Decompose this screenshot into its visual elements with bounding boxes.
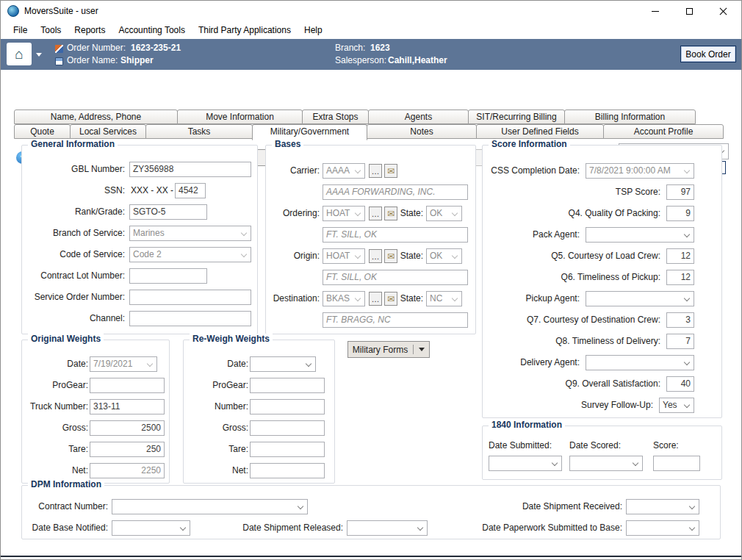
q8-timeliness-of-delivery-input[interactable]: 7 [666, 334, 694, 349]
tab-move-information[interactable]: Move Information [177, 110, 303, 124]
origin-name-field[interactable]: FT. SILL, OK [323, 270, 468, 285]
minimize-button[interactable] [638, 1, 672, 21]
menu-tools[interactable]: Tools [34, 23, 68, 37]
origin-lookup-button[interactable]: … [369, 249, 382, 263]
origin-state-label: State: [399, 248, 423, 264]
q4-quality-of-packing-input[interactable]: 9 [666, 206, 694, 221]
ow-gross-label: Gross: [25, 420, 88, 436]
delivery-agent-combo[interactable] [586, 355, 694, 370]
ow-progear-input[interactable] [90, 378, 165, 393]
carrier-email-button[interactable]: ✉ [384, 164, 397, 178]
mail-icon: ✉ [387, 209, 395, 218]
ordering-state-combo[interactable]: OK [426, 206, 462, 221]
title-bar[interactable]: MoversSuite - user [1, 1, 741, 21]
tab-local-services[interactable]: Local Services [70, 124, 146, 139]
carrier-lookup-button[interactable]: … [369, 164, 382, 178]
ordering-lookup-button[interactable]: … [369, 207, 382, 220]
destination-code-combo[interactable]: BKAS [323, 291, 365, 306]
military-forms-button[interactable]: Military Forms [347, 341, 430, 358]
date-shipment-received-combo[interactable] [626, 499, 699, 514]
tsp-score-input[interactable]: 97 [666, 184, 694, 200]
contract-lot-number-input[interactable] [129, 268, 207, 284]
q5-courtesy-of-load-crew-input[interactable]: 12 [666, 248, 694, 264]
book-order-button[interactable]: Book Order [680, 46, 736, 62]
ellipsis-icon: … [372, 167, 380, 176]
tab-user-defined-fields[interactable]: User Defined Fields [476, 124, 604, 139]
ordering-name-field[interactable]: FT. SILL, OK [323, 227, 468, 243]
q6-timeliness-of-pickup-input[interactable]: 12 [666, 270, 694, 285]
tab-account-profile[interactable]: Account Profile [603, 124, 724, 139]
css-completion-date-combo[interactable]: 7/8/2021 9:00:00 AM [586, 163, 694, 179]
ssn-last4-input[interactable]: 4542 [175, 183, 206, 198]
score-1840-input[interactable] [653, 456, 700, 471]
branch-of-service-combo[interactable]: Marines [129, 226, 251, 241]
ow-tare-input[interactable]: 250 [90, 442, 165, 457]
ow-net-field: 2250 [90, 463, 165, 478]
q7-courtesy-of-destination-crew-input[interactable]: 3 [666, 312, 694, 328]
score-1840-label: Score: [653, 438, 679, 453]
ordering-code-combo[interactable]: HOAT [323, 206, 365, 221]
close-button[interactable] [706, 1, 740, 21]
date-shipment-released-combo[interactable] [347, 520, 428, 536]
destination-email-button[interactable]: ✉ [384, 292, 397, 306]
service-order-number-input[interactable] [129, 290, 251, 305]
app-window: MoversSuite - user File Tools Reports Ac… [0, 0, 742, 560]
ow-gross-input[interactable]: 2500 [90, 420, 165, 436]
tab-military-government[interactable]: Military/Government [252, 124, 367, 140]
rw-tare-input[interactable] [250, 442, 325, 457]
ordering-email-button[interactable]: ✉ [384, 207, 397, 220]
tab-notes[interactable]: Notes [367, 124, 477, 139]
bases-group: Bases Carrier: AAAA … ✉ AAAA FORWARDING,… [265, 145, 476, 334]
destination-name-field[interactable]: FT. BRAGG, NC [323, 312, 468, 328]
carrier-name-field[interactable]: AAAA FORWARDING, INC. [323, 184, 468, 200]
salesperson-label: Salesperson: [335, 54, 386, 66]
q9-overall-satisfaction-input[interactable]: 40 [666, 376, 694, 392]
origin-code-combo[interactable]: HOAT [323, 248, 365, 264]
home-dropdown-icon[interactable] [36, 53, 42, 57]
destination-lookup-button[interactable]: … [369, 292, 382, 306]
menu-file[interactable]: File [7, 23, 34, 37]
rank-grade-input[interactable]: SGTO-5 [129, 204, 207, 220]
date-paperwork-submitted-combo[interactable] [626, 520, 699, 536]
contract-number-combo[interactable] [112, 499, 308, 514]
channel-input[interactable] [129, 311, 251, 326]
code-of-service-combo[interactable]: Code 2 [129, 247, 251, 262]
gbl-number-input[interactable]: ZY356988 [129, 162, 251, 177]
pack-agent-combo[interactable] [586, 227, 694, 243]
date-base-notified-combo[interactable] [112, 520, 190, 536]
tab-sit-recurring-billing[interactable]: SIT/Recurring Billing [468, 110, 565, 124]
pickup-agent-combo[interactable] [586, 291, 694, 306]
rw-progear-label: ProGear: [187, 378, 248, 393]
origin-state-combo[interactable]: OK [426, 248, 462, 264]
date-submitted-combo[interactable] [489, 456, 562, 471]
rw-date-combo[interactable] [250, 356, 316, 372]
tab-extra-stops[interactable]: Extra Stops [302, 110, 369, 124]
ellipsis-icon: … [372, 295, 380, 304]
menu-third-party-applications[interactable]: Third Party Applications [192, 23, 298, 37]
menu-reports[interactable]: Reports [68, 23, 112, 37]
origin-email-button[interactable]: ✉ [384, 249, 397, 263]
rw-gross-input[interactable] [250, 420, 325, 436]
rw-progear-input[interactable] [250, 378, 325, 393]
rw-net-input[interactable] [250, 463, 325, 478]
maximize-button[interactable] [672, 1, 706, 21]
tab-billing-information[interactable]: Billing Information [564, 110, 696, 124]
menu-help[interactable]: Help [298, 23, 329, 37]
order-number-label: Order Number: [67, 42, 126, 54]
tab-name-address-phone[interactable]: Name, Address, Phone [14, 110, 178, 124]
menu-accounting-tools[interactable]: Accounting Tools [112, 23, 192, 37]
ow-date-combo[interactable]: 7/19/2021 [90, 356, 157, 372]
home-button[interactable]: ⌂ [7, 43, 32, 65]
window-bottom-edge [1, 556, 741, 557]
date-scored-combo[interactable] [569, 456, 643, 471]
carrier-code-combo[interactable]: AAAA [323, 163, 365, 179]
ow-tare-label: Tare: [25, 442, 88, 457]
rw-number-input[interactable] [250, 399, 325, 414]
tab-agents[interactable]: Agents [368, 110, 469, 124]
reweigh-weights-title: Re-Weigh Weights [190, 334, 273, 345]
destination-state-combo[interactable]: NC [426, 291, 462, 306]
survey-follow-up-combo[interactable]: Yes [659, 398, 694, 413]
tab-quote[interactable]: Quote [14, 124, 71, 139]
ow-truck-number-input[interactable]: 313-11 [90, 399, 165, 414]
tab-tasks[interactable]: Tasks [145, 124, 253, 139]
